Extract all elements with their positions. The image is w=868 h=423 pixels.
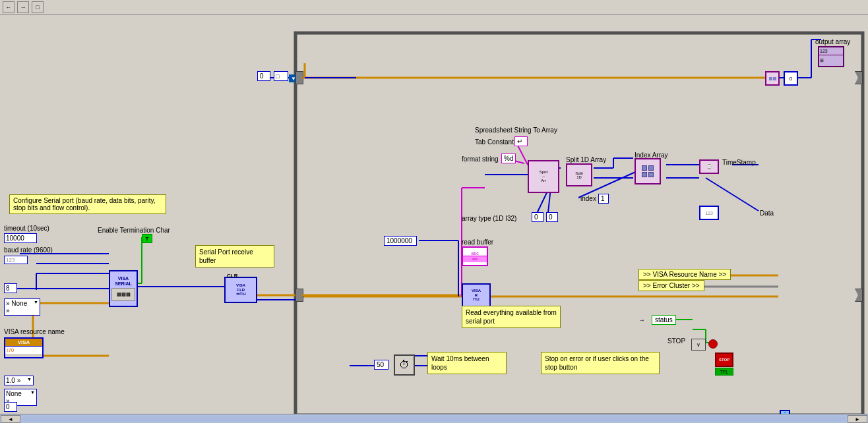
loop-count-indicator[interactable]: □ xyxy=(274,71,288,81)
array-type-zero2[interactable]: 0 xyxy=(546,212,558,222)
wait-const[interactable]: 50 xyxy=(374,360,388,370)
data-block[interactable]: 123 xyxy=(699,206,719,220)
visa-clr-block[interactable]: VISACLR⇔⊓⊔ xyxy=(224,277,257,303)
serial-config-tooltip: Configure Serial port (baud rate, data b… xyxy=(9,194,166,214)
visa-resource-name-output: >> VISA Resource Name >> xyxy=(638,269,731,280)
enable-term-label: Enable Termination Char xyxy=(98,227,170,234)
horizontal-scrollbar[interactable]: ◄ ► xyxy=(0,414,868,423)
tab-const-box[interactable]: ↵ xyxy=(514,136,528,146)
clr-label: CLR xyxy=(227,273,237,279)
none-dropdown[interactable]: » None » xyxy=(4,298,40,316)
serial-port-label: Serial Port receive buffer xyxy=(195,245,274,268)
spreadsheet-block[interactable]: Sprd→Arr xyxy=(528,160,559,193)
index-array-block[interactable] xyxy=(635,158,661,184)
zero-input[interactable]: 0 xyxy=(4,402,17,412)
toolbar: ← → □ xyxy=(0,0,868,14)
shift-reg-right-bottom xyxy=(855,289,863,302)
baud-label: baud rate (9600) xyxy=(4,246,53,254)
index-array-label: Index Array xyxy=(635,152,668,159)
labview-canvas: ← → □ 2014 xyxy=(0,0,868,423)
array-type-label: array type (1D I32) xyxy=(462,215,516,222)
index-label: index xyxy=(580,195,596,202)
stop-indicator xyxy=(708,339,718,349)
loop-count-const[interactable]: 1000000 xyxy=(384,236,417,246)
timestamp-label: TimeStamp xyxy=(722,159,756,166)
output-array-label: output array xyxy=(815,38,850,45)
wait-label: Wait 10ms between loops xyxy=(427,352,507,374)
back-btn[interactable]: ← xyxy=(3,1,15,13)
read-everything-label: Read everything available from serial po… xyxy=(462,306,561,328)
index-value[interactable]: 1 xyxy=(598,194,609,204)
format-string-input[interactable]: %d xyxy=(501,154,516,163)
array-type-zero1[interactable]: 0 xyxy=(532,212,543,222)
status-arrow: → xyxy=(638,316,645,324)
stop-button[interactable]: STOP xyxy=(715,352,733,367)
forward-btn[interactable]: → xyxy=(17,1,29,13)
visa-serial-block[interactable]: VISASERIAL ▤▤▤ xyxy=(109,270,138,307)
visa-resource-terminal[interactable]: VISA I70 xyxy=(4,337,44,358)
tab-constant-label: Tab Constant xyxy=(475,138,514,146)
zero-indicator-right[interactable]: 0 xyxy=(784,71,798,86)
wait-block[interactable]: ⏱ xyxy=(394,354,415,376)
visa-read-block[interactable]: VISAR⊓⊔ xyxy=(462,283,491,307)
enable-term-indicator[interactable]: T xyxy=(142,234,152,243)
stop-error-label: Stop on error or if user clicks on the s… xyxy=(541,352,660,374)
data-label: Data xyxy=(760,210,774,217)
snapshot-btn[interactable]: □ xyxy=(32,1,44,13)
read-buffer-box[interactable]: abc abc xyxy=(462,246,488,266)
data-bits-input[interactable]: 8 xyxy=(4,283,17,293)
tfl-indicator: TFL xyxy=(715,368,733,376)
or-gate: ∨ xyxy=(691,339,706,351)
shift-reg-left-bottom xyxy=(295,289,303,302)
shift-reg-right-top xyxy=(855,71,863,84)
format-string-label: format string xyxy=(462,155,499,163)
index-array-right[interactable] xyxy=(765,71,780,86)
split-1d-block[interactable]: Split1D xyxy=(566,163,592,186)
stop-label: STOP xyxy=(667,337,685,345)
timestamp-block[interactable]: ⌚ xyxy=(699,159,719,174)
split-1d-label: Split 1D Array xyxy=(566,156,606,163)
flow-control[interactable]: 1.0 » xyxy=(4,376,34,385)
timeout-input[interactable]: 10000 xyxy=(4,233,37,243)
output-array-block[interactable]: 123 ⊞ xyxy=(818,46,844,67)
visa-resource-label: VISA resource name xyxy=(4,328,65,335)
loop-const-zero[interactable]: 0 xyxy=(257,71,270,81)
baud-input[interactable]: 123 xyxy=(4,256,28,264)
error-cluster-output: >> Error Cluster >> xyxy=(638,280,704,291)
shift-reg-left-top xyxy=(295,71,303,84)
read-buffer-label: read buffer xyxy=(462,239,493,246)
timeout-label: timeout (10sec) xyxy=(4,225,49,232)
status-label: status xyxy=(652,315,676,325)
spreadsheet-label: Spreadsheet String To Array xyxy=(475,127,557,134)
